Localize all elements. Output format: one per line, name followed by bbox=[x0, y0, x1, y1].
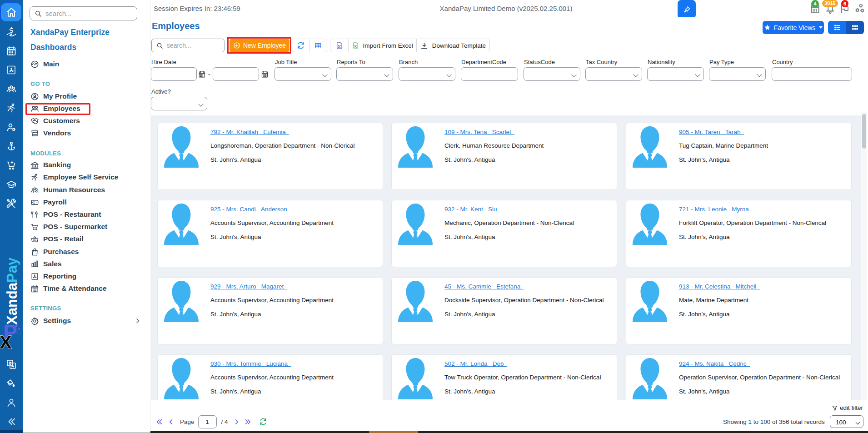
svg-text:X: X bbox=[0, 332, 12, 349]
svg-text:XandaPay: XandaPay bbox=[4, 257, 20, 325]
svg-text:1: 1 bbox=[33, 201, 35, 204]
